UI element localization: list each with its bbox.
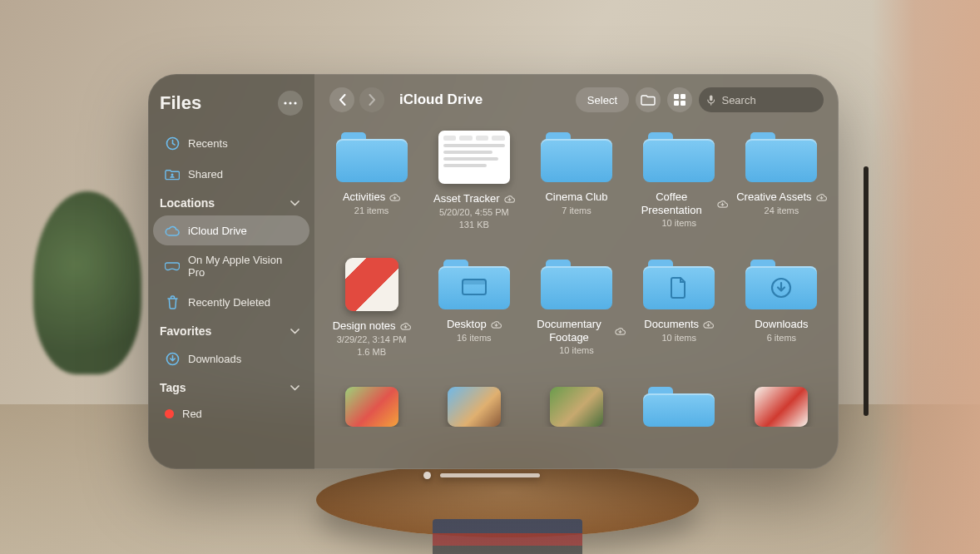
items-grid: Activities21 itemsAsset Tracker5/20/20, … bbox=[314, 121, 839, 469]
folder-icon bbox=[643, 258, 715, 309]
chevron-down-icon bbox=[290, 329, 299, 334]
svg-point-1 bbox=[289, 101, 291, 104]
cloud-download-icon bbox=[400, 322, 411, 330]
grid-item-desktop[interactable]: Desktop16 items bbox=[425, 258, 522, 359]
view-mode-button[interactable] bbox=[667, 87, 692, 112]
image-thumb bbox=[448, 387, 501, 427]
clock-icon bbox=[165, 136, 180, 151]
sidebar-item-label: Recents bbox=[188, 137, 228, 150]
sidebar-item-label: iCloud Drive bbox=[188, 225, 247, 237]
grid-item-asset-tracker[interactable]: Asset Tracker5/20/20, 4:55 PM131 KB bbox=[425, 131, 522, 231]
search-input[interactable] bbox=[721, 94, 812, 106]
section-header-locations[interactable]: Locations bbox=[148, 190, 314, 215]
sidebar-item-shared[interactable]: Shared bbox=[153, 159, 309, 189]
sidebar-item-red[interactable]: Red bbox=[153, 400, 309, 428]
breadcrumb-title: iCloud Drive bbox=[399, 92, 483, 108]
item-name: Activities bbox=[343, 190, 385, 204]
sidebar-item-label: Red bbox=[182, 408, 202, 420]
sidebar-item-label: Downloads bbox=[188, 353, 241, 365]
grid-item-coffee-presentation[interactable]: Coffee Presentation10 items bbox=[631, 131, 728, 231]
svg-rect-8 bbox=[674, 101, 679, 106]
item-name: Creative Assets bbox=[736, 190, 811, 204]
cloud-download-icon bbox=[703, 320, 714, 329]
chevron-right-icon bbox=[369, 94, 376, 106]
content-area: iCloud Drive Select Activities21 itemsAs… bbox=[314, 74, 839, 469]
sidebar-item-recents[interactable]: Recents bbox=[153, 128, 309, 158]
cloud-download-icon bbox=[615, 327, 626, 335]
folder-icon bbox=[643, 385, 715, 427]
folder-icon bbox=[643, 131, 715, 182]
folder-icon bbox=[541, 131, 612, 182]
image-thumb bbox=[345, 258, 398, 311]
room-books bbox=[433, 519, 582, 554]
select-button[interactable]: Select bbox=[576, 87, 629, 112]
item-meta: 1.6 MB bbox=[357, 347, 386, 359]
folder-plus-icon bbox=[641, 94, 656, 106]
sidebar-item-recently-deleted[interactable]: Recently Deleted bbox=[153, 287, 309, 317]
grid-icon bbox=[674, 94, 686, 106]
ellipsis-icon bbox=[284, 101, 297, 105]
item-name: Coffee Presentation bbox=[631, 190, 713, 216]
vision-icon bbox=[165, 259, 180, 274]
grid-item-documents[interactable]: Documents10 items bbox=[631, 258, 728, 359]
sidebar-item-label: Shared bbox=[188, 168, 223, 181]
svg-point-0 bbox=[284, 101, 286, 104]
item-name: Asset Tracker bbox=[433, 192, 499, 205]
folder-icon bbox=[438, 258, 510, 309]
files-window: Files RecentsShared LocationsiCloud Driv… bbox=[148, 74, 839, 469]
grid-item-documentary-footage[interactable]: Documentary Footage10 items bbox=[527, 258, 625, 359]
chevron-left-icon bbox=[339, 94, 346, 106]
section-header-tags[interactable]: Tags bbox=[148, 374, 314, 399]
room-plant bbox=[33, 191, 141, 374]
folder-icon bbox=[541, 258, 612, 309]
item-meta: 10 items bbox=[559, 345, 594, 357]
svg-rect-12 bbox=[463, 279, 486, 284]
sidebar-item-on-my-apple-vision-pro[interactable]: On My Apple Vision Pro bbox=[153, 246, 309, 286]
window-move-handle[interactable] bbox=[440, 473, 540, 477]
chevron-down-icon bbox=[290, 385, 299, 391]
cloud-download-icon bbox=[717, 200, 728, 208]
download-icon bbox=[165, 351, 180, 366]
sidebar: Files RecentsShared LocationsiCloud Driv… bbox=[148, 74, 314, 469]
grid-item-design-notes[interactable]: Design notes3/29/22, 3:14 PM1.6 MB bbox=[323, 258, 420, 359]
grid-item[interactable] bbox=[425, 385, 522, 427]
item-meta: 131 KB bbox=[459, 220, 489, 231]
grid-item-activities[interactable]: Activities21 items bbox=[323, 131, 420, 231]
image-thumb bbox=[550, 387, 603, 427]
grid-item-creative-assets[interactable]: Creative Assets24 items bbox=[733, 131, 830, 231]
folder-icon bbox=[745, 131, 817, 182]
window-close-handle[interactable] bbox=[423, 472, 431, 479]
sidebar-item-downloads[interactable]: Downloads bbox=[153, 344, 309, 373]
item-meta: 16 items bbox=[457, 333, 492, 344]
item-name: Documentary Footage bbox=[527, 318, 610, 344]
app-title: Files bbox=[160, 92, 201, 114]
grid-item[interactable] bbox=[527, 385, 625, 427]
grid-item[interactable] bbox=[631, 385, 728, 427]
toolbar: iCloud Drive Select bbox=[314, 74, 839, 121]
item-name: Documents bbox=[644, 318, 699, 331]
section-title: Tags bbox=[160, 381, 186, 394]
chevron-down-icon bbox=[290, 200, 299, 206]
svg-rect-6 bbox=[674, 94, 679, 99]
item-name: Downloads bbox=[755, 318, 808, 331]
image-thumb bbox=[345, 387, 398, 427]
grid-item-cinema-club[interactable]: Cinema Club7 items bbox=[527, 131, 625, 231]
folder-icon bbox=[745, 258, 817, 309]
cloud-download-icon bbox=[491, 320, 502, 329]
sidebar-item-icloud-drive[interactable]: iCloud Drive bbox=[153, 215, 309, 245]
svg-point-2 bbox=[294, 101, 296, 104]
nav-back-button[interactable] bbox=[329, 87, 354, 112]
cloud-download-icon bbox=[816, 193, 827, 201]
item-meta: 7 items bbox=[562, 205, 591, 217]
grid-item[interactable] bbox=[323, 385, 420, 427]
grid-item-downloads[interactable]: Downloads6 items bbox=[733, 258, 830, 359]
new-folder-button[interactable] bbox=[636, 87, 661, 112]
item-meta: 21 items bbox=[354, 205, 389, 217]
search-field[interactable] bbox=[699, 87, 824, 112]
more-button[interactable] bbox=[278, 91, 303, 116]
section-title: Favorites bbox=[160, 324, 211, 338]
grid-item[interactable] bbox=[733, 385, 830, 427]
svg-point-4 bbox=[171, 173, 173, 176]
section-header-favorites[interactable]: Favorites bbox=[148, 318, 314, 343]
tag-dot-icon bbox=[165, 409, 174, 418]
